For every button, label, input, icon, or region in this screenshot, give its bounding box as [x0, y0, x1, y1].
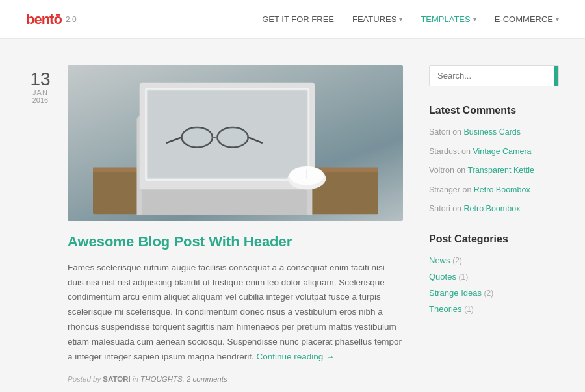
comment-post-link[interactable]: Business Cards	[464, 127, 521, 137]
comment-post-link[interactable]: Retro Boombox	[464, 204, 521, 213]
post-body-col: Awesome Blog Post With Header Fames scel…	[68, 65, 403, 383]
category-count: (1)	[459, 272, 469, 281]
search-button[interactable]	[554, 66, 559, 86]
post-date-col: 13 JAN 2016	[26, 65, 55, 112]
content-area: 13 JAN 2016	[0, 39, 585, 392]
comment-item: Voltron on Transparent Kettle	[429, 165, 559, 177]
logo-version: 2.0	[66, 15, 77, 24]
logo-text: bentō	[26, 11, 62, 28]
category-link[interactable]: Theories	[429, 304, 462, 314]
category-count: (2)	[484, 289, 494, 298]
comment-post-link[interactable]: Retro Boombox	[474, 185, 530, 194]
chevron-down-icon: ▾	[556, 16, 559, 23]
nav-get-it-free[interactable]: GET IT FOR FREE	[262, 14, 334, 24]
comment-item: Satori on Retro Boombox	[429, 203, 559, 215]
post-container: 13 JAN 2016	[26, 65, 403, 383]
search-box	[429, 65, 559, 86]
post-title: Awesome Blog Post With Header	[68, 233, 403, 252]
category-count: (2)	[452, 256, 462, 265]
post-date-year: 2016	[26, 96, 55, 104]
comment-author: Voltron	[429, 166, 454, 175]
site-header: bentō 2.0 GET IT FOR FREE FEATURES ▾ TEM…	[0, 0, 585, 39]
category-link[interactable]: Quotes	[429, 272, 456, 281]
post-date: 13 JAN 2016	[26, 70, 55, 104]
chevron-down-icon: ▾	[399, 16, 402, 23]
category-link[interactable]: News	[429, 255, 450, 265]
comment-item: Stardust on Vintage Camera	[429, 146, 559, 158]
comment-author: Satori	[429, 127, 450, 137]
latest-comments-title: Latest Comments	[429, 105, 559, 116]
comment-post-link[interactable]: Vintage Camera	[473, 147, 531, 156]
categories-title: Post Categories	[429, 233, 559, 245]
svg-point-17	[217, 127, 248, 147]
sidebar: Latest Comments Satori on Business Cards…	[429, 65, 559, 383]
logo[interactable]: bentō 2.0	[26, 11, 77, 28]
category-link[interactable]: Strange Ideas	[429, 288, 482, 298]
svg-point-16	[181, 127, 212, 147]
chevron-down-icon: ▾	[473, 16, 476, 23]
post-date-month: JAN	[26, 88, 55, 96]
laptop-scene	[68, 65, 403, 221]
laptop-illustration	[93, 72, 378, 214]
post-featured-image	[68, 65, 403, 221]
nav-features[interactable]: FEATURES ▾	[352, 14, 402, 24]
comment-author: Stranger	[429, 185, 460, 194]
post-comments-link[interactable]: 2 comments	[187, 375, 228, 383]
category-count: (1)	[464, 305, 474, 314]
category-item: News (2)	[429, 255, 559, 265]
post-body-text: Fames scelerisque rutrum augue facilisis…	[68, 261, 403, 365]
main-content: 13 JAN 2016	[26, 65, 403, 383]
nav-ecommerce[interactable]: E-COMMERCE ▾	[495, 14, 559, 24]
comment-item: Stranger on Retro Boombox	[429, 185, 559, 196]
nav-templates[interactable]: TEMPLATES ▾	[421, 14, 476, 24]
main-nav: GET IT FOR FREE FEATURES ▾ TEMPLATES ▾ E…	[262, 14, 559, 24]
comment-item: Satori on Business Cards	[429, 127, 559, 138]
search-input[interactable]	[430, 66, 554, 86]
post-date-day: 13	[26, 70, 55, 88]
category-item: Strange Ideas (2)	[429, 288, 559, 298]
latest-comments-section: Latest Comments Satori on Business Cards…	[429, 105, 559, 215]
comment-author: Stardust	[429, 147, 460, 156]
post-meta: Posted by SATORI in THOUGHTS, 2 comments	[68, 375, 403, 383]
categories-section: Post Categories News (2) Quotes (1) Stra…	[429, 233, 559, 314]
post-category-link[interactable]: THOUGHTS	[140, 375, 183, 383]
read-more-link[interactable]: Continue reading →	[256, 352, 334, 361]
comment-post-link[interactable]: Transparent Kettle	[468, 166, 534, 175]
category-item: Quotes (1)	[429, 272, 559, 281]
comment-author: Satori	[429, 204, 450, 213]
category-item: Theories (1)	[429, 304, 559, 314]
